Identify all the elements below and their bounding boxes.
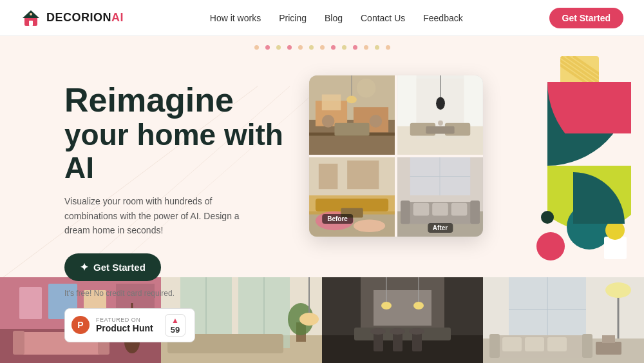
svg-rect-120 bbox=[596, 342, 621, 355]
svg-rect-99 bbox=[412, 332, 422, 351]
dot-12 bbox=[375, 45, 379, 50]
svg-point-65 bbox=[541, 211, 554, 224]
svg-point-104 bbox=[381, 302, 392, 309]
hero-left: Reimagine your home with AI Visualize yo… bbox=[64, 69, 309, 342]
nav-pricing[interactable]: Pricing bbox=[279, 13, 307, 23]
dot-2 bbox=[265, 45, 270, 50]
nav-links: How it works Pricing Blog Contact Us Fee… bbox=[210, 13, 463, 23]
svg-rect-98 bbox=[393, 332, 402, 351]
dot-13 bbox=[386, 45, 390, 50]
ph-featured-label: FEATURED ON bbox=[96, 317, 153, 323]
svg-point-24 bbox=[436, 97, 445, 110]
svg-rect-44 bbox=[432, 203, 448, 216]
svg-rect-115 bbox=[502, 337, 522, 351]
svg-rect-113 bbox=[489, 334, 500, 358]
dot-6 bbox=[309, 45, 314, 50]
hero-cta-button[interactable]: ✦ Get Started bbox=[64, 253, 161, 281]
svg-point-102 bbox=[409, 328, 424, 335]
nav-contact[interactable]: Contact Us bbox=[361, 13, 405, 23]
svg-point-106 bbox=[413, 302, 424, 309]
svg-rect-27 bbox=[426, 126, 454, 134]
hero-subtitle: Visualize your room with hundreds of com… bbox=[64, 194, 258, 237]
svg-point-28 bbox=[438, 121, 443, 126]
dot-3 bbox=[276, 45, 281, 50]
svg-rect-114 bbox=[582, 334, 592, 358]
svg-rect-2 bbox=[29, 21, 33, 26]
svg-point-100 bbox=[370, 328, 386, 335]
svg-rect-43 bbox=[413, 203, 430, 216]
ph-name-label: Product Hunt bbox=[96, 323, 153, 333]
nav-feedback[interactable]: Feedback bbox=[423, 13, 462, 23]
svg-rect-66 bbox=[604, 237, 627, 259]
hero-right: After Before bbox=[309, 75, 605, 275]
svg-point-16 bbox=[370, 115, 383, 128]
svg-rect-14 bbox=[334, 123, 369, 136]
svg-rect-95 bbox=[374, 290, 431, 326]
room-before-top-left bbox=[309, 75, 395, 155]
svg-point-119 bbox=[605, 282, 631, 298]
svg-point-12 bbox=[357, 79, 376, 98]
gallery-item-4 bbox=[483, 277, 644, 363]
svg-point-18 bbox=[346, 95, 357, 103]
hero-cta-label: Get Started bbox=[93, 262, 146, 273]
svg-rect-74 bbox=[13, 331, 24, 355]
svg-rect-11 bbox=[322, 95, 341, 111]
svg-rect-97 bbox=[374, 332, 383, 351]
svg-point-101 bbox=[390, 328, 405, 335]
geometric-shapes bbox=[451, 50, 631, 275]
geo-svg bbox=[451, 50, 631, 275]
svg-rect-121 bbox=[602, 335, 615, 343]
ph-arrow-icon: ▲ bbox=[171, 316, 179, 325]
svg-point-3 bbox=[30, 13, 32, 15]
room-img-svg-3 bbox=[309, 157, 395, 237]
dot-11 bbox=[364, 45, 368, 50]
nav-cta-button[interactable]: Get Started bbox=[549, 8, 623, 28]
logo-text: DECORIONAI bbox=[46, 11, 124, 25]
cta-sparkle-icon: ✦ bbox=[80, 261, 88, 273]
dot-5 bbox=[298, 45, 303, 50]
ph-vote-count: 59 bbox=[171, 325, 180, 335]
dot-10 bbox=[353, 45, 357, 50]
logo[interactable]: DECORIONAI bbox=[21, 8, 124, 28]
svg-rect-37 bbox=[347, 161, 379, 189]
svg-rect-117 bbox=[547, 337, 567, 351]
room-before-bottom-left bbox=[309, 157, 395, 237]
dot-1 bbox=[254, 45, 259, 50]
svg-point-64 bbox=[536, 232, 565, 260]
svg-rect-76 bbox=[19, 287, 42, 319]
product-hunt-icon: P bbox=[71, 316, 90, 334]
dot-9 bbox=[342, 45, 346, 50]
dot-4 bbox=[287, 45, 292, 50]
gallery-svg-3 bbox=[322, 277, 483, 363]
hero-free-note: It's free! No credit card required. bbox=[64, 289, 309, 298]
product-hunt-text: FEATURED ON Product Hunt bbox=[96, 317, 153, 333]
dot-7 bbox=[320, 45, 325, 50]
svg-rect-116 bbox=[525, 337, 544, 351]
svg-point-34 bbox=[354, 219, 385, 232]
nav-blog[interactable]: Blog bbox=[325, 13, 343, 23]
svg-rect-41 bbox=[401, 201, 410, 224]
hero-title-line1: Reimagine bbox=[64, 82, 309, 119]
logo-icon bbox=[21, 8, 41, 28]
gallery-svg-4 bbox=[483, 277, 644, 363]
svg-point-69 bbox=[522, 172, 625, 275]
svg-point-15 bbox=[322, 115, 335, 128]
dot-8 bbox=[331, 45, 336, 50]
room-img-svg-1 bbox=[309, 75, 395, 155]
hero-title-line2: your home with AI bbox=[64, 119, 309, 184]
room-after-label: After bbox=[428, 223, 453, 233]
gallery-item-3 bbox=[322, 277, 483, 363]
product-hunt-badge[interactable]: P FEATURED ON Product Hunt ▲ 59 bbox=[64, 308, 195, 342]
room-before-label: Before bbox=[322, 214, 353, 224]
ph-votes-box: ▲ 59 bbox=[165, 314, 185, 337]
nav-how-it-works[interactable]: How it works bbox=[210, 13, 261, 23]
svg-rect-36 bbox=[319, 164, 338, 189]
navbar: DECORIONAI How it works Pricing Blog Con… bbox=[0, 0, 644, 36]
